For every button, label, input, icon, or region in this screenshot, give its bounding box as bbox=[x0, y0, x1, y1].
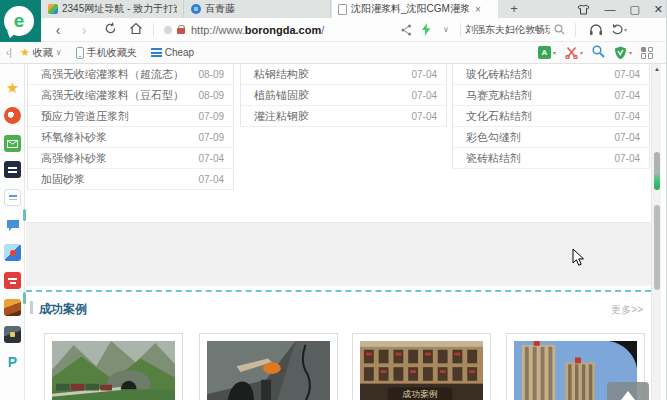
refresh-icon[interactable] bbox=[97, 22, 123, 38]
logo-tail bbox=[5, 31, 14, 39]
forward-button[interactable]: › bbox=[71, 22, 97, 38]
favorites-menu[interactable]: ★ 收藏 ∨ bbox=[20, 46, 62, 60]
magnifier-icon bbox=[592, 45, 605, 58]
novel-app-icon[interactable] bbox=[4, 272, 21, 289]
chat-bubble-icon[interactable] bbox=[4, 216, 21, 233]
back-to-top-button[interactable] bbox=[607, 382, 649, 400]
product-date: 07-09 bbox=[198, 132, 224, 143]
product-link[interactable]: 高强无收缩灌浆料（豆石型） bbox=[41, 88, 184, 103]
product-row[interactable]: 灌注粘钢胶07-04 bbox=[241, 106, 446, 127]
product-date: 08-09 bbox=[198, 90, 224, 101]
case-thumbnail-traditional-building[interactable]: 成功案例 bbox=[352, 333, 491, 400]
product-row[interactable]: 瓷砖粘结剂07-04 bbox=[453, 148, 649, 169]
product-link[interactable]: 环氧修补砂浆 bbox=[41, 130, 107, 145]
chevron-down-icon[interactable]: ∨ bbox=[436, 25, 456, 34]
product-column-3: 玻化砖粘结剂07-04马赛克粘结剂07-04文化石粘结剂07-04彩色勾缝剂07… bbox=[452, 64, 650, 169]
tab-2345-navigation[interactable]: 2345网址导航 - 致力于打造百年 bbox=[42, 0, 184, 18]
product-link[interactable]: 马赛克粘结剂 bbox=[466, 88, 532, 103]
product-column-2: 粘钢结构胶07-04植筋锚固胶07-04灌注粘钢胶07-04 bbox=[240, 64, 447, 127]
case-thumbnail-crack-repair[interactable] bbox=[199, 333, 338, 400]
page-scrollbar[interactable]: ▲ bbox=[651, 64, 661, 400]
scrollbar-thumb[interactable] bbox=[654, 205, 660, 290]
product-row[interactable]: 环氧修补砂浆07-09 bbox=[28, 127, 233, 148]
document-app-icon[interactable] bbox=[4, 189, 21, 206]
close-button[interactable]: ✕ bbox=[654, 0, 663, 18]
find-in-page-button[interactable] bbox=[592, 45, 605, 60]
product-row[interactable]: 粘钢结构胶07-04 bbox=[241, 64, 446, 85]
security-shield-button[interactable]: ▾ bbox=[614, 46, 632, 60]
p-app-icon[interactable]: P bbox=[4, 353, 21, 370]
certificate-icon[interactable] bbox=[177, 25, 186, 34]
maximize-button[interactable]: ▢ bbox=[629, 0, 639, 18]
product-row[interactable]: 预应力管道压浆剂07-09 bbox=[28, 106, 233, 127]
product-link[interactable]: 植筋锚固胶 bbox=[254, 88, 309, 103]
product-link[interactable]: 灌注粘钢胶 bbox=[254, 109, 309, 124]
mail-icon[interactable] bbox=[4, 135, 21, 152]
game-app-icon-3[interactable] bbox=[4, 326, 21, 343]
search-icon[interactable] bbox=[554, 24, 565, 35]
recently-closed-icon[interactable]: ▾ bbox=[606, 23, 632, 36]
product-row[interactable]: 加固砂浆07-04 bbox=[28, 169, 233, 190]
game-app-icon-2[interactable] bbox=[4, 299, 21, 316]
game-app-icon-1[interactable] bbox=[4, 244, 21, 261]
more-link[interactable]: 更多>> bbox=[611, 303, 643, 317]
hot-search-box[interactable]: 刘强东夫妇伦敦畅玩 bbox=[465, 23, 565, 37]
home-icon[interactable] bbox=[123, 22, 149, 38]
product-link[interactable]: 高强修补砂浆 bbox=[41, 151, 107, 166]
headphones-icon[interactable] bbox=[586, 23, 606, 36]
chevron-down-icon: ∨ bbox=[56, 48, 62, 57]
phone-icon bbox=[76, 47, 84, 59]
product-date: 07-04 bbox=[614, 111, 640, 122]
dashed-divider bbox=[26, 290, 651, 292]
tab-strip: 2345网址导航 - 致力于打造百年 百青藤 沈阳灌浆料_沈阳CGM灌浆料厂 ×… bbox=[0, 0, 667, 18]
product-row[interactable]: 植筋锚固胶07-04 bbox=[241, 85, 446, 106]
product-link[interactable]: 高强无收缩灌浆料（超流态） bbox=[41, 67, 184, 82]
product-row[interactable]: 马赛克粘结剂07-04 bbox=[453, 85, 649, 106]
product-row[interactable]: 高强修补砂浆07-04 bbox=[28, 148, 233, 169]
case-thumbnail-tunnel-train[interactable] bbox=[44, 333, 183, 400]
product-row[interactable]: 彩色勾缝剂07-04 bbox=[453, 127, 649, 148]
product-row[interactable]: 高强无收缩灌浆料（豆石型）08-09 bbox=[28, 85, 233, 106]
product-link[interactable]: 瓷砖粘结剂 bbox=[466, 151, 521, 166]
mobile-favorites-button[interactable]: 手机收藏夹 bbox=[76, 46, 137, 60]
flash-lightning-icon[interactable] bbox=[416, 23, 436, 36]
search-keyword[interactable]: 刘强东夫妇伦敦畅玩 bbox=[465, 23, 550, 37]
product-link[interactable]: 加固砂浆 bbox=[41, 172, 85, 187]
address-bar[interactable]: http://www.borongda.com/ bbox=[158, 24, 396, 36]
product-link[interactable]: 预应力管道压浆剂 bbox=[41, 109, 129, 124]
product-date: 07-04 bbox=[614, 153, 640, 164]
tab-title: 沈阳灌浆料_沈阳CGM灌浆料厂 bbox=[351, 2, 469, 16]
product-link[interactable]: 文化石粘结剂 bbox=[466, 109, 532, 124]
product-row[interactable]: 高强无收缩灌浆料（超流态）08-09 bbox=[28, 64, 233, 85]
weibo-icon[interactable] bbox=[4, 107, 21, 124]
new-tab-button[interactable]: + bbox=[505, 1, 523, 17]
url-text[interactable]: http://www.borongda.com/ bbox=[191, 24, 324, 36]
product-row[interactable]: 玻化砖粘结剂07-04 bbox=[453, 64, 649, 85]
back-button[interactable]: ‹ bbox=[45, 22, 71, 38]
tab-baiqingteng[interactable]: 百青藤 bbox=[185, 0, 331, 18]
tab-shenyang-grout-active[interactable]: 沈阳灌浆料_沈阳CGM灌浆料厂 × bbox=[332, 0, 498, 18]
product-date: 07-04 bbox=[411, 111, 437, 122]
translate-button[interactable]: A ▾ bbox=[538, 46, 556, 59]
content-area: ★ P 高强无收缩灌浆料（超流态）08-09高强无收缩灌浆料（豆石型）08-09… bbox=[0, 64, 667, 400]
browser-logo[interactable]: e bbox=[0, 0, 41, 42]
menu-hamburger-icon[interactable] bbox=[632, 25, 645, 34]
minimize-button[interactable]: — bbox=[604, 0, 615, 18]
tab-close-icon[interactable]: × bbox=[475, 4, 481, 15]
sidebar-collapse-icon[interactable]: ‹| bbox=[6, 47, 12, 58]
svg-text:成功案例: 成功案例 bbox=[402, 389, 438, 399]
apps-grid-icon[interactable] bbox=[641, 47, 653, 59]
product-row[interactable]: 文化石粘结剂07-04 bbox=[453, 106, 649, 127]
scroll-up-arrow[interactable]: ▲ bbox=[652, 66, 662, 72]
bookmark-cheap[interactable]: Cheap bbox=[151, 47, 194, 58]
skin-shirt-icon[interactable] bbox=[577, 4, 590, 15]
screenshot-button[interactable]: ▾ bbox=[565, 46, 583, 59]
product-link[interactable]: 玻化砖粘结剂 bbox=[466, 67, 532, 82]
bookmarks-bar: ‹| ★ 收藏 ∨ 手机收藏夹 Cheap A ▾ ▾ bbox=[0, 42, 667, 64]
share-icon[interactable] bbox=[396, 24, 416, 36]
scrollbar-marker[interactable] bbox=[654, 152, 660, 190]
product-link[interactable]: 粘钢结构胶 bbox=[254, 67, 309, 82]
product-link[interactable]: 彩色勾缝剂 bbox=[466, 130, 521, 145]
favorites-star-icon[interactable]: ★ bbox=[4, 79, 21, 96]
news-app-icon[interactable] bbox=[4, 161, 21, 178]
